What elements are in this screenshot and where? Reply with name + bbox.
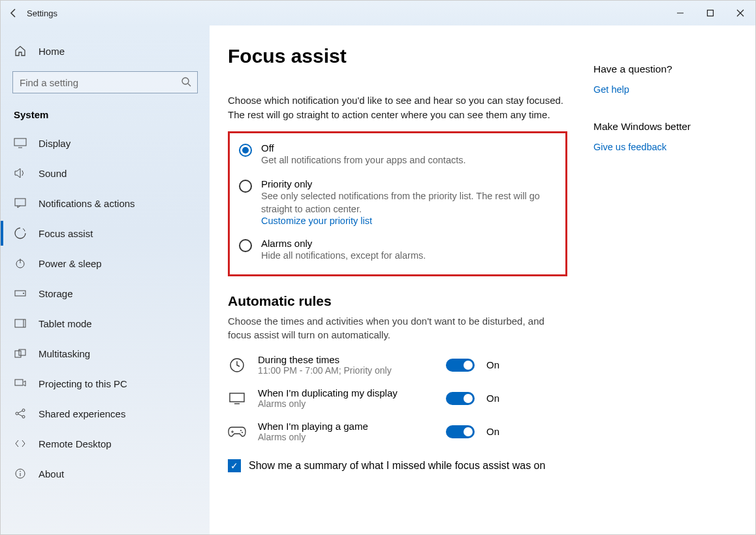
shared-icon xyxy=(14,407,27,420)
summary-checkbox-row[interactable]: ✓ Show me a summary of what I missed whi… xyxy=(228,459,567,472)
rule-duplicating-display[interactable]: When I'm duplicating my display Alarms o… xyxy=(228,387,567,409)
sidebar-item-notifications[interactable]: Notifications & actions xyxy=(1,188,210,218)
sidebar-item-storage[interactable]: Storage xyxy=(1,278,210,308)
summary-label: Show me a summary of what I missed while… xyxy=(249,460,545,472)
customize-priority-link[interactable]: Customize your priority list xyxy=(261,216,556,226)
sidebar-item-projecting[interactable]: Projecting to this PC xyxy=(1,368,210,398)
svg-point-18 xyxy=(22,415,25,418)
display-icon xyxy=(228,389,246,408)
title-bar: Settings xyxy=(1,1,755,25)
sidebar-item-sound[interactable]: Sound xyxy=(1,158,210,188)
svg-point-10 xyxy=(23,293,24,294)
home-nav[interactable]: Home xyxy=(1,36,210,66)
sound-icon xyxy=(14,167,27,180)
svg-point-2 xyxy=(182,78,189,84)
radio-priority-only[interactable]: Priority only See only selected notifica… xyxy=(239,178,556,227)
svg-line-20 xyxy=(18,414,22,416)
home-label: Home xyxy=(39,46,65,57)
svg-rect-13 xyxy=(15,351,21,357)
svg-point-17 xyxy=(22,409,25,412)
remote-desktop-icon xyxy=(14,437,27,450)
toggle-game[interactable] xyxy=(446,425,475,438)
rule-during-times[interactable]: During these times 11:00 PM - 7:00 AM; P… xyxy=(228,354,567,376)
sidebar-item-focus-assist[interactable]: Focus assist xyxy=(1,218,210,248)
about-icon xyxy=(14,467,27,480)
sidebar-item-about[interactable]: About xyxy=(1,459,210,489)
automatic-rules-heading: Automatic rules xyxy=(228,293,567,309)
game-icon xyxy=(228,423,246,441)
aside-question: Have a question? xyxy=(593,63,691,75)
clock-icon xyxy=(228,356,246,374)
toggle-duplicating[interactable] xyxy=(446,392,475,405)
page-intro: Choose which notification you'd like to … xyxy=(228,93,567,122)
close-button[interactable] xyxy=(725,1,755,25)
sidebar-item-remote-desktop[interactable]: Remote Desktop xyxy=(1,429,210,459)
svg-line-19 xyxy=(18,411,22,413)
home-icon xyxy=(14,44,27,57)
svg-point-30 xyxy=(242,432,243,433)
page-title: Focus assist xyxy=(228,45,567,67)
svg-line-3 xyxy=(188,84,191,86)
svg-point-23 xyxy=(20,471,21,472)
aside-make-better: Make Windows better xyxy=(593,121,691,133)
maximize-button[interactable] xyxy=(695,1,725,25)
back-button[interactable] xyxy=(1,1,27,25)
svg-rect-4 xyxy=(14,138,26,146)
svg-rect-25 xyxy=(230,393,244,402)
radio-priority-control[interactable] xyxy=(239,180,252,193)
sidebar-item-tablet-mode[interactable]: Tablet mode xyxy=(1,308,210,338)
svg-point-16 xyxy=(16,412,18,415)
radio-off[interactable]: Off Get all notifications from your apps… xyxy=(239,142,556,167)
storage-icon xyxy=(14,287,27,300)
svg-point-29 xyxy=(240,430,242,431)
rule-playing-game[interactable]: When I'm playing a game Alarms only On xyxy=(228,421,567,442)
sidebar-item-shared-experiences[interactable]: Shared experiences xyxy=(1,398,210,429)
toggle-during-times[interactable] xyxy=(446,359,475,372)
svg-rect-6 xyxy=(15,199,25,206)
automatic-rules-sub: Choose the times and activities when you… xyxy=(228,314,567,343)
radio-alarms-control[interactable] xyxy=(239,239,252,252)
focus-assist-icon xyxy=(14,227,27,240)
focus-options-highlight: Off Get all notifications from your apps… xyxy=(228,131,567,276)
give-feedback-link[interactable]: Give us feedback xyxy=(593,142,691,152)
sidebar: Home System Display Sound Notifications … xyxy=(1,25,210,535)
notifications-icon xyxy=(14,197,27,210)
search-input[interactable] xyxy=(12,71,198,93)
projecting-icon xyxy=(14,377,27,390)
svg-rect-15 xyxy=(15,380,23,385)
sidebar-item-power-sleep[interactable]: Power & sleep xyxy=(1,248,210,278)
aside: Have a question? Get help Make Windows b… xyxy=(593,45,691,535)
summary-checkbox[interactable]: ✓ xyxy=(228,459,241,472)
multitasking-icon xyxy=(14,347,27,360)
svg-rect-14 xyxy=(19,349,25,355)
power-icon xyxy=(14,257,27,270)
sidebar-item-multitasking[interactable]: Multitasking xyxy=(1,338,210,368)
category-header: System xyxy=(1,104,210,128)
window-title: Settings xyxy=(27,8,57,18)
sidebar-item-display[interactable]: Display xyxy=(1,128,210,158)
minimize-button[interactable] xyxy=(665,1,695,25)
search-icon xyxy=(181,76,191,87)
get-help-link[interactable]: Get help xyxy=(593,84,691,95)
display-icon xyxy=(14,137,27,150)
radio-alarms-only[interactable]: Alarms only Hide all notifications, exce… xyxy=(239,238,556,262)
tablet-icon xyxy=(14,317,27,330)
svg-rect-1 xyxy=(708,10,714,16)
svg-rect-11 xyxy=(15,319,25,327)
radio-off-control[interactable] xyxy=(239,144,252,157)
